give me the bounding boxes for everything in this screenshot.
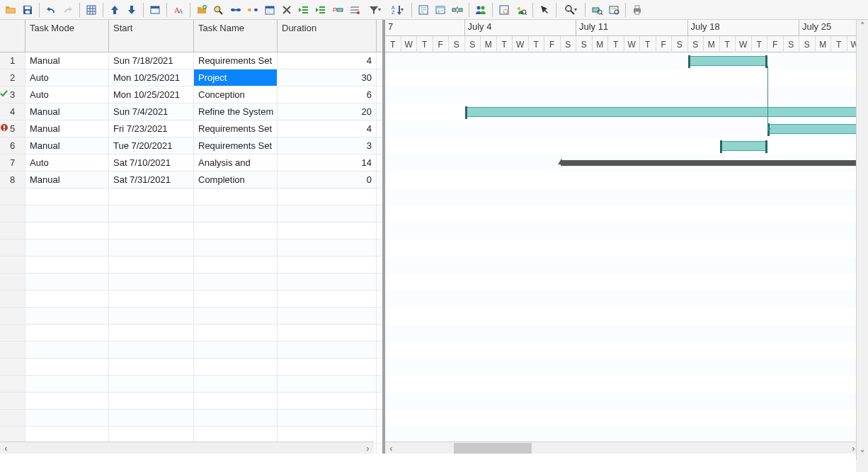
gantt-bar[interactable] [767,124,863,134]
cell-empty[interactable] [194,427,278,443]
row-number-cell[interactable]: 7 [0,154,25,171]
scroll-thumb[interactable] [454,443,532,454]
cell-task-mode[interactable]: Auto [25,86,109,103]
cell-empty[interactable] [194,325,278,341]
cell-empty[interactable] [25,308,109,324]
sort-button[interactable]: AZ▾ [387,2,408,18]
table-row[interactable]: 2 Auto Mon 10/25/2021 Project 30 [0,69,382,86]
row-number-cell[interactable] [0,291,25,307]
gantt-row[interactable] [385,189,868,206]
cell-empty[interactable] [109,410,194,426]
table-row[interactable]: 7 Auto Sat 7/10/2021 Analysis and 14 [0,154,382,172]
link-button[interactable] [228,2,244,18]
cell-start-date[interactable]: Sun 7/18/2021 [109,52,194,69]
cell-empty[interactable] [109,376,194,392]
cell-empty[interactable] [278,240,377,256]
cell-empty[interactable] [194,393,278,409]
cell-task-name[interactable]: Completion [194,172,278,188]
column-header-name[interactable]: Task Name [194,20,278,52]
zoom-in-button[interactable] [496,2,512,18]
gantt-bar[interactable] [465,107,864,117]
row-number-cell[interactable]: 5 [0,120,25,137]
row-number-cell[interactable]: 3 [0,86,25,103]
cell-empty[interactable] [194,376,278,392]
column-header-indicator[interactable] [0,20,25,52]
table-row-empty[interactable] [0,206,382,223]
cell-empty[interactable] [109,427,194,443]
row-number-cell[interactable]: 4 [0,103,25,120]
outdent-button[interactable] [296,2,312,18]
cell-empty[interactable] [25,189,109,205]
cell-task-mode[interactable]: Auto [25,154,109,171]
gantt-bar[interactable] [720,141,768,151]
redo-button[interactable] [60,2,76,18]
cell-task-mode[interactable]: Manual [25,137,109,154]
cell-start-date[interactable]: Sat 7/10/2021 [109,154,194,171]
row-number-cell[interactable]: 2 [0,69,25,86]
cell-start-date[interactable]: Tue 7/20/2021 [109,137,194,154]
move-down-button[interactable] [124,2,139,18]
table-row-empty[interactable] [0,274,382,291]
cell-empty[interactable] [194,240,278,256]
cell-empty[interactable] [25,342,109,358]
filter-button[interactable]: ▾ [364,2,385,18]
cell-empty[interactable] [109,359,194,375]
cell-empty[interactable] [109,223,194,239]
cell-empty[interactable] [278,393,377,409]
row-number-cell[interactable] [0,257,25,273]
scroll-right-icon[interactable]: › [362,442,374,454]
gantt-row[interactable] [385,410,868,427]
cell-empty[interactable] [109,291,194,307]
cell-task-name[interactable]: Project [194,69,278,86]
save-button[interactable] [20,2,35,18]
gantt-row[interactable] [385,137,868,154]
cell-empty[interactable] [278,410,377,426]
table-row[interactable]: 3 Auto Mon 10/25/2021 Conception 6 [0,86,382,103]
column-header-mode[interactable]: Task Mode [25,20,109,52]
zoom-button[interactable]: ▾ [560,2,581,18]
cell-empty[interactable] [278,257,377,273]
scroll-up-icon[interactable]: ˄ [857,20,868,32]
new-task-button[interactable] [194,2,210,18]
row-number-cell[interactable] [0,410,25,426]
cell-task-name[interactable]: Conception [194,86,278,103]
gantt-row[interactable] [385,240,868,257]
cell-task-mode[interactable]: Manual [25,172,109,188]
progress-button[interactable]: P [330,2,346,18]
cell-start-date[interactable]: Sat 7/31/2021 [109,172,194,188]
table-row-empty[interactable] [0,308,382,325]
cell-empty[interactable] [25,223,109,239]
timescale[interactable]: 7July 4July 11July 18July 25 TWTFSSMTWTF… [385,20,868,52]
assign-button[interactable] [433,2,448,18]
table-row-empty[interactable] [0,189,382,206]
gantt-row[interactable] [385,274,868,291]
delete-button[interactable] [279,2,295,18]
gantt-row[interactable] [385,69,868,86]
cell-empty[interactable] [194,308,278,324]
cell-duration[interactable]: 30 [278,69,377,86]
cell-empty[interactable] [194,359,278,375]
gantt-row[interactable] [385,52,868,69]
scroll-down-icon[interactable]: ˅ [857,448,868,460]
cell-duration[interactable]: 4 [278,52,377,69]
undo-button[interactable] [43,2,59,18]
cell-empty[interactable] [109,257,194,273]
row-number-cell[interactable] [0,342,25,358]
cell-empty[interactable] [194,223,278,239]
cell-empty[interactable] [278,359,377,375]
scroll-left-icon[interactable]: ‹ [385,442,397,454]
table-row-empty[interactable] [0,359,382,376]
cell-task-mode[interactable]: Manual [25,103,109,120]
cell-empty[interactable] [109,325,194,341]
row-number-cell[interactable] [0,325,25,341]
grid-horizontal-scrollbar[interactable]: ‹ › [0,442,374,454]
table-row-empty[interactable] [0,325,382,342]
cell-duration[interactable]: 14 [278,154,377,171]
gantt-row[interactable] [385,291,868,308]
format-text-button[interactable]: AA [171,2,186,18]
insert-table-button[interactable] [84,2,99,18]
cell-empty[interactable] [278,342,377,358]
cell-empty[interactable] [25,410,109,426]
gantt-body[interactable] [385,52,868,454]
scroll-left-icon[interactable]: ‹ [0,442,12,454]
